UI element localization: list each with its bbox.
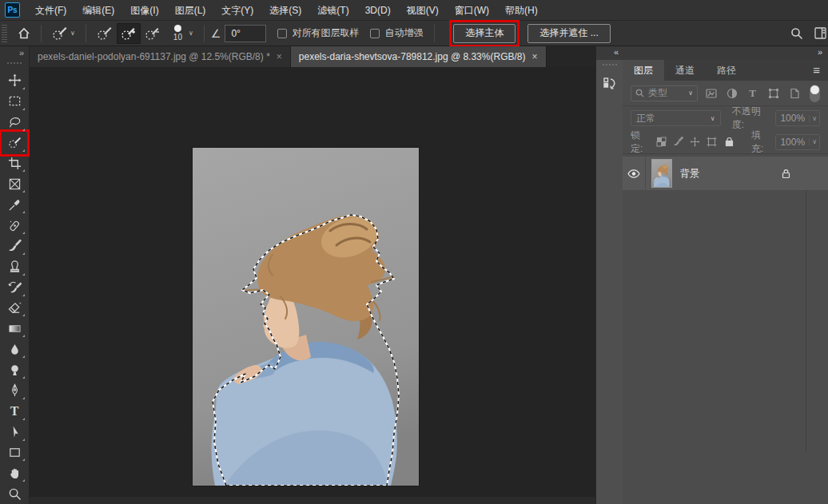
eyedropper-tool[interactable] [2,194,26,215]
tab-paths[interactable]: 路径 [706,60,747,81]
zoom-tool[interactable] [2,483,26,504]
rectangle-tool[interactable] [2,442,26,463]
blur-tool[interactable] [2,339,26,359]
pen-tool[interactable] [2,380,26,401]
toolbar-collapse-chevron[interactable]: » [0,46,29,59]
lock-all-icon[interactable] [723,135,735,149]
workspace-icon[interactable] [814,27,826,39]
close-tab-icon[interactable]: × [277,51,282,62]
panel-expand-chevron[interactable]: » [623,46,828,60]
shape-filter-icon[interactable] [766,85,781,101]
options-bar-grip[interactable] [2,25,7,42]
tab-layers[interactable]: 图层 [623,60,664,81]
move-tool[interactable] [2,70,26,91]
document-image[interactable] [193,148,419,486]
brush-tip-icon [174,25,181,32]
layer-visibility-toggle[interactable] [623,157,646,190]
eraser-tool[interactable] [2,298,26,319]
history-brush-tool[interactable] [2,277,26,298]
menu-bar: Ps 文件(F) 编辑(E) 图像(I) 图层(L) 文字(Y) 选择(S) 滤… [0,0,828,21]
lasso-tool[interactable] [2,112,26,133]
dock-collapse-chevron[interactable]: « [596,46,623,60]
search-icon[interactable] [790,27,803,40]
quick-selection-tool[interactable] [2,133,26,153]
brush-angle-input[interactable]: 0° [225,25,266,42]
chevron-down-icon[interactable]: ∨ [809,138,819,145]
mini-dock-strip: « [595,46,623,504]
photoshop-window: Ps 文件(F) 编辑(E) 图像(I) 图层(L) 文字(Y) 选择(S) 滤… [0,0,828,504]
lock-transparent-icon[interactable] [655,135,667,149]
smart-object-filter-icon[interactable] [786,85,802,101]
layer-thumbnail[interactable] [651,159,672,188]
chevron-down-icon: ∨ [711,115,715,122]
menu-filter[interactable]: 滤镜(T) [310,0,356,21]
select-subject-button[interactable]: 选择主体 [453,24,516,43]
auto-enhance-checkbox[interactable]: 自动增强 [370,26,423,40]
lock-paint-icon[interactable] [672,135,684,149]
separator [434,25,435,42]
filter-kind-dropdown[interactable]: 类型 ∨ [631,85,698,101]
type-tool[interactable]: T [2,401,26,422]
layer-name[interactable]: 背景 [680,167,699,181]
separator [204,25,205,42]
adjustment-filter-icon[interactable] [724,85,739,101]
tab-channels[interactable]: 通道 [664,60,706,81]
menu-image[interactable]: 图像(I) [123,0,165,21]
frame-tool[interactable] [2,173,26,194]
history-panel-icon[interactable] [599,73,620,94]
tools-panel: » [0,46,30,504]
search-icon [635,89,644,97]
fill-input[interactable]: 100% ∨ [775,134,820,150]
hand-tool[interactable] [2,462,26,483]
subtract-from-selection-mode-button[interactable] [141,23,165,44]
menu-help[interactable]: 帮助(H) [498,0,545,21]
panel-menu-icon[interactable]: ≡ [805,60,828,81]
select-and-mask-button[interactable]: 选择并遮住 ... [527,24,610,43]
menu-view[interactable]: 视图(V) [400,0,446,21]
brush-size-picker[interactable]: 10 ∨ [165,23,197,44]
canvas-area[interactable] [30,67,595,504]
menu-3d[interactable]: 3D(D) [358,0,398,21]
type-filter-icon[interactable]: T [745,85,760,101]
checkbox-icon [277,29,287,38]
crop-tool[interactable] [2,153,26,174]
spot-healing-brush-tool[interactable] [2,215,26,236]
opacity-input[interactable]: 100% ∨ [775,110,820,126]
new-selection-mode-button[interactable] [93,23,117,44]
clone-stamp-tool[interactable] [2,256,26,277]
home-button[interactable] [14,23,34,44]
document-tab-1[interactable]: pexels-daniel-podolyan-691137.jpg @ 12.5… [30,46,291,67]
toolbar-grip[interactable] [7,62,22,64]
menu-window[interactable]: 窗口(W) [448,0,496,21]
document-tab-2[interactable]: pexels-daria-shevtsova-789812.jpg @ 8.33… [291,46,547,67]
panel-divider [806,190,806,453]
layer-lock-icon [781,169,791,179]
lock-position-icon[interactable] [689,135,701,149]
lock-artboard-icon[interactable] [706,135,718,149]
brush-angle-icon: ∠ [211,27,221,40]
dodge-tool[interactable] [2,359,26,380]
filter-toggle[interactable] [810,85,820,102]
sample-all-layers-checkbox[interactable]: 对所有图层取样 [277,26,359,40]
menu-type[interactable]: 文字(Y) [214,0,261,21]
add-to-selection-mode-button[interactable] [117,23,141,44]
blend-mode-dropdown[interactable]: 正常 ∨ [631,110,721,126]
brush-tool[interactable] [2,236,26,256]
auto-enhance-label: 自动增强 [384,26,423,40]
tool-preset-picker[interactable]: ∨ [48,23,79,44]
pixel-filter-icon[interactable] [703,85,719,101]
new-selection-icon [97,26,113,41]
menu-layer[interactable]: 图层(L) [168,0,213,21]
menu-select[interactable]: 选择(S) [262,0,309,21]
tool-preset-quick-selection-icon [52,26,68,41]
menu-edit[interactable]: 编辑(E) [75,0,121,21]
gradient-tool[interactable] [2,318,26,339]
dock-grip[interactable] [603,64,617,65]
layer-row-background[interactable]: 背景 [623,157,828,190]
layers-list-empty-area [623,190,828,453]
path-selection-tool[interactable] [2,422,26,442]
chevron-down-icon[interactable]: ∨ [809,115,819,122]
rectangular-marquee-tool[interactable] [2,91,26,112]
menu-file[interactable]: 文件(F) [28,0,74,21]
close-tab-icon[interactable]: × [531,51,537,62]
